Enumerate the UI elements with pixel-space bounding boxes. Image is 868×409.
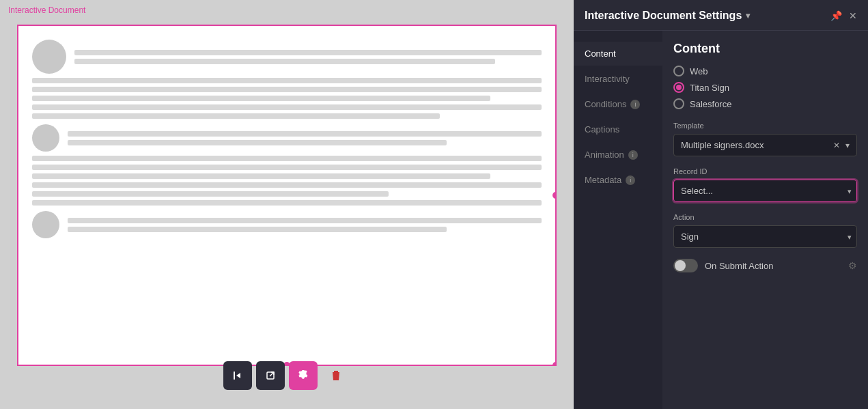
content-section-title: Content (673, 42, 857, 56)
radio-label-web: Web (690, 66, 708, 76)
panel-title: Interactive Document Settings ▾ (585, 10, 750, 22)
delete-button[interactable] (322, 361, 350, 390)
action-field-group: Action Sign ▾ (673, 213, 857, 248)
nav-label-animation: Animation (585, 150, 624, 160)
nav-item-interactivity[interactable]: Interactivity (574, 67, 662, 91)
svg-rect-0 (234, 371, 235, 380)
doc-row-2 (32, 124, 542, 152)
metadata-info-icon: i (626, 175, 635, 185)
on-submit-toggle[interactable] (673, 259, 698, 272)
record-id-select-wrapper: Select... ▾ (673, 180, 857, 202)
doc-line (32, 78, 542, 83)
nav-label-content: Content (585, 48, 616, 59)
radio-label-titan-sign: Titan Sign (690, 83, 729, 93)
doc-line (32, 156, 542, 161)
template-field[interactable]: Multiple signers.docx ✕ ▾ (673, 134, 857, 156)
nav-item-content[interactable]: Content (574, 42, 662, 66)
doc-line (68, 218, 542, 223)
doc-line (74, 50, 542, 55)
template-label: Template (673, 122, 857, 130)
resize-handle-right[interactable] (552, 192, 557, 199)
panel-nav: Content Interactivity Conditions i Capti… (574, 31, 662, 409)
panel-body: Content Interactivity Conditions i Capti… (574, 31, 868, 409)
chevron-down-icon: ▾ (746, 11, 750, 20)
nav-item-conditions[interactable]: Conditions i (574, 92, 662, 116)
radio-titan-sign[interactable]: Titan Sign (673, 82, 857, 93)
action-select[interactable]: Sign (673, 225, 857, 248)
on-submit-settings-icon[interactable]: ⚙ (848, 260, 857, 271)
doc-line (32, 96, 490, 101)
template-clear-icon[interactable]: ✕ (833, 141, 840, 150)
doc-line (68, 227, 447, 232)
nav-label-captions: Captions (585, 124, 619, 135)
doc-row-3 (32, 211, 542, 238)
panel-header-icons: 📌 ✕ (830, 10, 857, 21)
record-id-select[interactable]: Select... (673, 180, 857, 202)
doc-lines-3 (68, 218, 542, 232)
doc-line (32, 87, 542, 92)
panel-content: Content Web Titan Sign Salesforce Temp (662, 31, 868, 409)
radio-circle-titan-sign (673, 82, 684, 93)
conditions-info-icon: i (630, 100, 640, 109)
collapse-button[interactable] (223, 361, 252, 390)
nav-label-interactivity: Interactivity (585, 74, 630, 84)
template-field-value: Multiple signers.docx (681, 140, 764, 150)
doc-line (68, 131, 542, 137)
doc-line (32, 191, 389, 197)
doc-avatar-3 (32, 211, 59, 238)
doc-line (68, 140, 447, 145)
doc-avatar-1 (32, 40, 66, 74)
doc-avatar-2 (32, 124, 59, 152)
template-chevron-icon[interactable]: ▾ (845, 141, 850, 150)
resize-handle-corner[interactable] (552, 362, 557, 366)
doc-line (32, 104, 542, 110)
panel-title-text: Interactive Document Settings (585, 10, 742, 22)
doc-lines-2 (68, 131, 542, 145)
doc-line (74, 59, 495, 64)
on-submit-label: On Submit Action (705, 261, 773, 271)
record-id-label: Record ID (673, 167, 857, 175)
nav-label-conditions: Conditions (585, 99, 626, 109)
doc-line (32, 182, 542, 188)
doc-line (32, 173, 490, 179)
doc-lines-1 (74, 50, 542, 64)
animation-info-icon: i (628, 150, 638, 160)
radio-circle-web (673, 66, 684, 76)
on-submit-row: On Submit Action ⚙ (673, 259, 857, 272)
template-field-inner: Multiple signers.docx ✕ ▾ (681, 140, 850, 150)
doc-line (32, 113, 440, 119)
settings-button[interactable] (289, 361, 318, 390)
radio-web[interactable]: Web (673, 66, 857, 76)
radio-group-content-type: Web Titan Sign Salesforce (673, 66, 857, 109)
radio-circle-salesforce (673, 98, 684, 109)
canvas-label: Interactive Document (8, 5, 85, 15)
nav-item-metadata[interactable]: Metadata i (574, 168, 662, 192)
template-field-group: Template Multiple signers.docx ✕ ▾ (673, 122, 857, 156)
settings-panel: Interactive Document Settings ▾ 📌 ✕ Cont… (574, 0, 868, 409)
canvas-area: Interactive Document (0, 0, 574, 409)
document-preview (17, 25, 557, 366)
action-select-wrapper: Sign ▾ (673, 225, 857, 248)
external-link-button[interactable] (256, 361, 285, 390)
nav-item-captions[interactable]: Captions (574, 117, 662, 141)
doc-line (32, 200, 542, 206)
doc-row-1 (32, 40, 542, 74)
pin-icon[interactable]: 📌 (830, 10, 842, 21)
action-label: Action (673, 213, 857, 221)
nav-label-metadata: Metadata (585, 175, 621, 185)
radio-salesforce[interactable]: Salesforce (673, 98, 857, 109)
nav-item-animation[interactable]: Animation i (574, 143, 662, 167)
template-field-icons: ✕ ▾ (833, 141, 850, 150)
lines-block-2 (32, 156, 542, 206)
panel-header: Interactive Document Settings ▾ 📌 ✕ (574, 0, 868, 31)
doc-line (32, 165, 542, 170)
record-id-field-group: Record ID Select... ▾ (673, 167, 857, 202)
close-icon[interactable]: ✕ (849, 10, 857, 21)
radio-label-salesforce: Salesforce (690, 99, 731, 109)
lines-block-1 (32, 78, 542, 119)
toolbar (223, 361, 350, 390)
doc-content (32, 40, 542, 242)
